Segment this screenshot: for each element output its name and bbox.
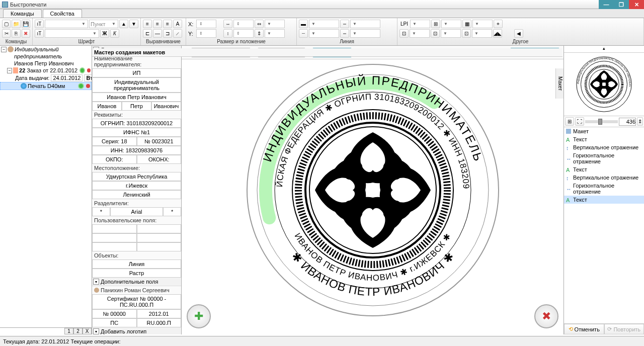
cert-year-field[interactable]: 2012.01 bbox=[137, 309, 182, 318]
add-person-icon[interactable]: ✚ bbox=[187, 304, 211, 328]
italic-button[interactable]: К bbox=[110, 29, 119, 38]
zoom-spin-icon[interactable]: ⇕ bbox=[637, 117, 643, 126]
uf5-field[interactable] bbox=[92, 242, 137, 251]
series-field[interactable]: Серия: 18 bbox=[92, 137, 137, 146]
undo-button[interactable]: ⟲Отменить bbox=[564, 324, 604, 334]
flip-h-icon[interactable]: ◢◣ bbox=[493, 29, 502, 38]
tool-cut-icon[interactable]: ✂ bbox=[2, 29, 11, 38]
cert-ru-field[interactable]: RU.000.П bbox=[137, 318, 182, 327]
vspacing-icon[interactable]: ⇕ bbox=[255, 29, 264, 38]
line-dash-icon[interactable]: ┄ bbox=[299, 29, 308, 38]
layer-row[interactable]: ↔Горизонтальное отражение bbox=[564, 151, 644, 165]
layer-row[interactable]: ↔Горизонтальное отражение bbox=[564, 182, 644, 196]
footer-tab-1[interactable]: 1 bbox=[64, 328, 73, 334]
zoom-mode-icon[interactable]: ⊞ bbox=[565, 117, 574, 126]
border-r-icon[interactable]: ⊐ bbox=[163, 29, 172, 38]
font-text-icon[interactable]: ıT bbox=[35, 20, 44, 28]
align-center-icon[interactable]: ≡ bbox=[153, 20, 162, 28]
tool-save-icon[interactable]: 💾 bbox=[22, 20, 30, 28]
tool-delete-icon[interactable]: ✖ bbox=[22, 29, 30, 38]
line-style-combo[interactable]: ▼ bbox=[309, 20, 339, 28]
flip-v-icon[interactable]: ◀ bbox=[514, 29, 523, 38]
pos-y-input[interactable]: ⇕ bbox=[196, 29, 216, 38]
other-b-icon[interactable]: ▦ bbox=[462, 20, 471, 28]
tree-expand-icon[interactable]: − bbox=[1, 47, 7, 52]
maximize-button[interactable]: ❐ bbox=[614, 0, 629, 9]
align-left-icon[interactable]: ≡ bbox=[143, 20, 152, 28]
obj-raster-field[interactable]: Растр bbox=[92, 269, 181, 278]
mn-field[interactable]: Петр bbox=[122, 102, 151, 111]
font-inc-icon[interactable]: ▲ bbox=[119, 20, 128, 28]
add-icon[interactable]: + bbox=[494, 20, 503, 28]
align-text-icon[interactable]: A bbox=[173, 20, 182, 28]
height-input[interactable]: ⇕ bbox=[233, 29, 254, 38]
uf3-field[interactable] bbox=[92, 233, 137, 242]
other-e-icon[interactable]: ⊡ bbox=[462, 29, 471, 38]
font-style-combo[interactable]: ▼ bbox=[45, 29, 99, 38]
properties-list[interactable]: ▾Основные поля Наименование предпринимат… bbox=[92, 46, 181, 334]
cert-num-field[interactable]: № 00000 bbox=[92, 309, 137, 318]
layer-row[interactable]: AТекст bbox=[564, 196, 644, 204]
other-a-combo[interactable]: ▼ bbox=[441, 20, 461, 28]
ifns-field[interactable]: ИФНС №1 bbox=[92, 128, 181, 137]
uf2-field[interactable] bbox=[137, 224, 182, 233]
zoom-input[interactable] bbox=[619, 118, 636, 126]
border-l-icon[interactable]: ⊏ bbox=[143, 29, 152, 38]
width-input[interactable]: ⇕ bbox=[233, 20, 254, 28]
scroll-up-icon[interactable]: ▴ bbox=[603, 46, 605, 52]
tree-expand-icon[interactable]: − bbox=[7, 68, 12, 73]
layer-row[interactable]: ↕Вертикальное отражение bbox=[564, 143, 644, 151]
layer-row[interactable]: AТекст bbox=[564, 135, 644, 143]
other-c-combo[interactable]: ▼ bbox=[410, 29, 430, 38]
layer-row[interactable]: AТекст bbox=[564, 165, 644, 174]
uf4-field[interactable] bbox=[137, 233, 182, 242]
preview-thumbnail[interactable]: ИНДИВИДУАЛЬНЫЙ ПРЕДПРИНИМАТЕЛЬ ИВАНОВ ПЕ… bbox=[564, 53, 644, 116]
layer-list[interactable]: Макет AТекст ↕Вертикальное отражение ↔Го… bbox=[564, 127, 644, 323]
other-a-icon[interactable]: ⊞ bbox=[431, 20, 440, 28]
minimize-button[interactable]: — bbox=[599, 0, 614, 9]
lpi-combo[interactable]: ▼ bbox=[410, 20, 430, 28]
issue-date-field[interactable]: 24.01.2012 bbox=[51, 74, 83, 81]
line-w2-icon[interactable]: ⎼ bbox=[340, 29, 349, 38]
cert-field[interactable]: Сертификат № 00000 - ПС.RU.000.П bbox=[92, 294, 181, 309]
sep1-field[interactable]: * bbox=[92, 207, 110, 216]
layer-row[interactable]: Макет bbox=[564, 127, 644, 135]
zoom-fit-icon[interactable]: ⛶ bbox=[575, 117, 584, 126]
redo-button[interactable]: ⟳Повторить bbox=[604, 324, 645, 334]
okonx-field[interactable]: ОКОНХ: bbox=[137, 155, 182, 164]
collapse-icon[interactable]: ▾ bbox=[93, 279, 99, 285]
project-tree[interactable]: −Индивидуальный предприниматель Иванов П… bbox=[0, 46, 92, 327]
zoom-slider[interactable] bbox=[585, 120, 618, 123]
sidebar-maket-tab[interactable]: Макет bbox=[555, 68, 564, 99]
pos-x-input[interactable]: ⇕ bbox=[196, 20, 216, 28]
line-weight-combo[interactable]: ▼ bbox=[350, 20, 380, 28]
cert-ps-field[interactable]: ПС bbox=[92, 318, 137, 327]
city-field[interactable]: г.Ижевск bbox=[92, 181, 181, 190]
sep-font-field[interactable]: Arial bbox=[110, 207, 163, 216]
remove-person-icon[interactable]: ✖ bbox=[534, 304, 558, 328]
align-right-icon[interactable]: ≡ bbox=[163, 20, 172, 28]
stamp-preview[interactable]: ИНДИВИДУАЛЬНЫЙ ПРЕДПРИНИМАТЕЛЬ ✱ ИВАНОВ … bbox=[245, 62, 501, 318]
font-size-combo[interactable]: Пункт▼ bbox=[89, 20, 118, 28]
font-text2-icon[interactable]: ıT bbox=[35, 29, 44, 38]
uf6-field[interactable] bbox=[137, 242, 182, 251]
height-icon[interactable]: ↕ bbox=[223, 29, 232, 38]
footer-tab-x[interactable]: X bbox=[83, 328, 92, 334]
line-dash-combo[interactable]: ▼ bbox=[309, 29, 339, 38]
line-solid-icon[interactable]: ▬ bbox=[299, 20, 308, 28]
sep2-field[interactable]: * bbox=[163, 207, 181, 216]
obj-line-field[interactable]: Линия bbox=[92, 260, 181, 269]
tool-open-icon[interactable]: 📁 bbox=[12, 20, 20, 28]
vspacing-input[interactable]: ▼ bbox=[265, 29, 285, 38]
footer-tab-2[interactable]: 2 bbox=[73, 328, 83, 334]
district-field[interactable]: Ленинский bbox=[92, 190, 181, 199]
other-b-combo[interactable]: ▼ bbox=[472, 20, 493, 28]
font-dec-icon[interactable]: ▼ bbox=[129, 20, 138, 28]
tool-new-icon[interactable]: ▢ bbox=[2, 20, 11, 28]
tab-properties[interactable]: Свойства bbox=[43, 9, 82, 18]
uf1-field[interactable] bbox=[92, 224, 137, 233]
other-e-combo[interactable]: ▼ bbox=[472, 29, 492, 38]
ln-field[interactable]: Иванович bbox=[151, 102, 181, 111]
spacing-icon[interactable]: ⇔ bbox=[255, 20, 264, 28]
num-field[interactable]: № 0023021 bbox=[137, 137, 182, 146]
